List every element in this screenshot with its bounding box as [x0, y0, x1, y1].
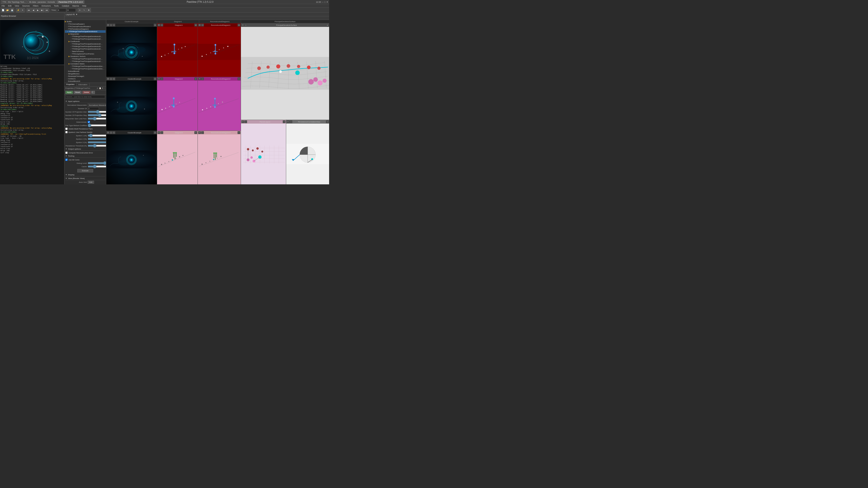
tree-coef-2[interactable]: ○ TTKMergeTreePrincipalGeodesicsD…: [65, 45, 105, 48]
tree-persistence-diag[interactable]: ○ TTKPersistenceDiagram1: [65, 28, 105, 30]
tree-resample[interactable]: ○ ResampleToImage1: [65, 75, 105, 77]
open-file-btn[interactable]: 📂: [5, 8, 9, 12]
vp2-btn-3[interactable]: +: [113, 77, 115, 80]
play-btn[interactable]: ▶: [36, 8, 40, 12]
props-icon-3[interactable]: ⬇: [102, 87, 103, 89]
d2-btn-2[interactable]: □: [160, 77, 163, 80]
d2-btn-1[interactable]: ⊙: [158, 77, 160, 80]
save-file-btn[interactable]: 💾: [10, 8, 14, 12]
d1-btn-1[interactable]: ⊙: [158, 24, 160, 26]
vp-btn-3[interactable]: +: [113, 24, 115, 26]
tab-ttk[interactable]: TTK - the Topology Tool...: [1, 0, 27, 4]
apply-button[interactable]: Apply: [65, 91, 73, 94]
wasserstein-select[interactable]: Normalized Wasserstein: [88, 103, 106, 107]
menu-catalyst[interactable]: Catalyst: [61, 5, 70, 7]
props-content[interactable]: ▼ Input options Normalized Wasserstein N…: [64, 99, 106, 184]
vp2-btn-2[interactable]: □: [110, 77, 112, 80]
r3-btn-2[interactable]: □: [201, 131, 204, 134]
epsilon3-slider[interactable]: [88, 141, 106, 143]
cache-slider[interactable]: [88, 166, 106, 167]
props-icon-2[interactable]: 📋: [99, 87, 101, 89]
execute-button[interactable]: Execute: [77, 169, 93, 172]
tree-bc-1[interactable]: ○ TTKMergeTreePrincipalGeodesicsD…: [65, 35, 105, 38]
vp3-btn-2[interactable]: □: [110, 131, 112, 134]
tree-cinema-product[interactable]: ○ TTKCinemaProductReader1: [65, 25, 105, 28]
menu-macros[interactable]: Macros: [72, 5, 80, 7]
menu-extractors[interactable]: Extractors: [41, 5, 52, 7]
d2-btn-3[interactable]: ≡: [194, 77, 197, 80]
vp2-btn-4[interactable]: ≡: [154, 77, 156, 80]
new-file-btn[interactable]: 📄: [1, 8, 5, 12]
menu-tools[interactable]: Tools: [53, 5, 59, 7]
play-prev-btn[interactable]: ◀: [31, 8, 35, 12]
deterministic-checkbox[interactable]: [88, 121, 90, 123]
tab-properties[interactable]: Properties: [64, 83, 76, 86]
delete-multi-checkbox[interactable]: [65, 128, 68, 130]
r1-btn-1[interactable]: ⊙: [198, 24, 201, 26]
pc-btn-2[interactable]: □: [289, 121, 292, 123]
vp3-btn-3[interactable]: +: [113, 131, 115, 134]
use-all-cores-checkbox[interactable]: [65, 159, 68, 161]
reset-camera-btn[interactable]: ⊙: [78, 8, 82, 12]
tree-extract-block-8[interactable]: ○ ExtractBlock8: [65, 70, 105, 72]
props-icon-1[interactable]: ⊙: [97, 87, 98, 89]
menu-help[interactable]: Help: [81, 5, 87, 7]
pl-btn-1[interactable]: ⊙: [241, 121, 244, 123]
reset-button[interactable]: Reset: [74, 91, 82, 94]
connect-btn[interactable]: ⚡: [16, 8, 20, 12]
epsilon1-checkbox[interactable]: [65, 131, 68, 133]
vp3-btn-1[interactable]: ⊙: [107, 131, 110, 134]
menu-filters[interactable]: Filters: [32, 5, 39, 7]
tab-konsole[interactable]: ttk-data : paraview - Konsole: [28, 0, 57, 4]
tree-gv-2[interactable]: ○ TTKMergeTreePrincipalGeodesicsD…: [65, 60, 105, 63]
tree-cm-1[interactable]: ○ TTKMergeTreePrincipalGeodesicsDec…: [65, 65, 105, 68]
window-controls[interactable]: 12:20 ─ □ ✕: [316, 1, 328, 3]
tab-paraview[interactable]: ParaView (TTK 1.2) 5.12.0: [57, 0, 84, 4]
frame-input[interactable]: [67, 8, 76, 12]
tree-gv-1[interactable]: ○ TTKMergeTreePrincipalGeodesicsD…: [65, 58, 105, 60]
time-input[interactable]: [57, 8, 66, 12]
debug-level-slider[interactable]: [88, 162, 106, 164]
barycenter-size-slider[interactable]: [88, 118, 106, 120]
pc-btn-1[interactable]: ⊙: [287, 121, 289, 123]
interact-btn[interactable]: ✥: [87, 8, 91, 12]
tree-cinema-reader[interactable]: ○ TTKCinemaReader1: [65, 23, 105, 25]
props-search-input[interactable]: [65, 95, 105, 98]
projection-intervals-slider[interactable]: [88, 111, 106, 113]
pl-btn-2[interactable]: □: [244, 121, 247, 123]
projection-steps-slider[interactable]: [88, 114, 106, 116]
tree-coefficients[interactable]: ▶ Coefficients: [65, 40, 105, 43]
number-of-input[interactable]: [88, 107, 99, 110]
play-next-btn[interactable]: ▶|: [40, 8, 44, 12]
tree-merge-blocks-1[interactable]: ○ MergeBlocks1: [65, 72, 105, 75]
pipeline-tree[interactable]: ▶ Builtin: ○ TTKCinemaReader1 ○ TTKCinem…: [64, 20, 106, 83]
terminal-log[interactable]: Welcome CinemaReader Database IsbeI.cdb …: [0, 65, 64, 184]
tree-coef-1[interactable]: ○ TTKMergeTreePrincipalGeodesicsD…: [65, 43, 105, 45]
r2-btn-2[interactable]: □: [201, 77, 204, 80]
d3-btn-1[interactable]: ⊙: [158, 131, 160, 134]
tab-information[interactable]: Information: [76, 83, 89, 86]
tree-barycenter[interactable]: ▶ Barycenter: [65, 33, 105, 35]
d3-btn-2[interactable]: □: [160, 131, 163, 134]
r3-btn-1[interactable]: ⊙: [198, 131, 201, 134]
pl-btn-3[interactable]: ≡: [283, 121, 285, 123]
tree-correlation-matrix[interactable]: ▶ Correlation Matrix: [65, 63, 105, 65]
d1-btn-2[interactable]: □: [160, 24, 163, 26]
epsilon2-slider[interactable]: [88, 138, 106, 140]
vp3-btn-4[interactable]: ≡: [154, 131, 156, 134]
r3-btn-3[interactable]: ≡: [238, 131, 240, 134]
props-icon-4[interactable]: ↑: [104, 87, 105, 89]
play-first-btn[interactable]: ⏮: [27, 8, 31, 12]
vp2-btn-1[interactable]: ⊙: [107, 77, 110, 80]
d1-btn-3[interactable]: ≡: [194, 24, 197, 26]
vp-btn-1[interactable]: ⊙: [107, 24, 110, 26]
epsilon1-slider[interactable]: [88, 135, 106, 136]
tree-geodesics-vectors[interactable]: ▶ Geodesics Vectors: [65, 55, 105, 58]
tree-extract-block-10[interactable]: ○ ExtractBlock10: [65, 80, 105, 83]
delete-button[interactable]: Delete: [82, 91, 91, 94]
compute-reconstruction-checkbox[interactable]: [65, 152, 68, 154]
tree-merge-tree-principal[interactable]: ▼ TTKMergeTreePrincipalGeodesics1: [65, 30, 105, 33]
tree-table-to-points[interactable]: ○ TableToPoints1: [65, 50, 105, 53]
persistence-threshold-slider[interactable]: [88, 145, 106, 147]
r1-btn-3[interactable]: ≡: [238, 24, 240, 26]
